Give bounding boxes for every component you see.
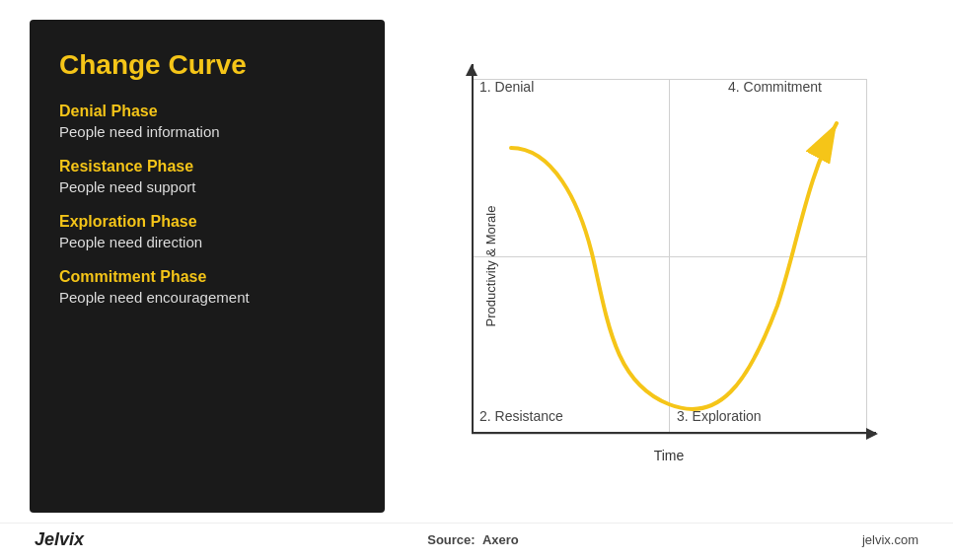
exploration-phase-title: Exploration Phase xyxy=(59,213,355,231)
denial-phase-desc: People need information xyxy=(59,123,355,140)
x-axis-label: Time xyxy=(654,448,685,463)
exploration-phase-desc: People need direction xyxy=(59,234,355,250)
phase-exploration: Exploration Phase People need direction xyxy=(59,213,355,250)
left-panel: Change Curve Denial Phase People need in… xyxy=(30,20,385,513)
q2-label: 2. Resistance xyxy=(479,408,563,424)
q1-label: 1. Denial xyxy=(479,79,534,95)
x-axis-arrow xyxy=(866,428,878,440)
chart-panel: Time Productivity & Morale 1. Denial 2. … xyxy=(414,20,923,513)
resistance-phase-title: Resistance Phase xyxy=(59,158,355,175)
panel-title: Change Curve xyxy=(59,49,355,81)
commitment-phase-desc: People need encouragement xyxy=(59,289,355,306)
y-axis-arrow xyxy=(466,64,477,76)
denial-phase-title: Denial Phase xyxy=(59,103,355,120)
footer: Jelvix Source: Axero jelvix.com xyxy=(0,523,953,560)
grid-lines xyxy=(472,79,866,434)
phase-commitment: Commitment Phase People need encourageme… xyxy=(59,268,355,306)
chart-area: Time Productivity & Morale 1. Denial 2. … xyxy=(422,49,916,483)
phase-denial: Denial Phase People need information xyxy=(59,103,355,140)
resistance-phase-desc: People need support xyxy=(59,178,355,195)
phase-resistance: Resistance Phase People need support xyxy=(59,158,355,195)
x-axis xyxy=(472,432,876,434)
footer-url: jelvix.com xyxy=(862,532,918,547)
source-credit: Source: Axero xyxy=(427,532,519,547)
commitment-phase-title: Commitment Phase xyxy=(59,268,355,286)
y-axis-label: Productivity & Morale xyxy=(483,206,498,327)
y-axis xyxy=(472,64,474,434)
q3-label: 3. Exploration xyxy=(677,408,762,424)
q4-label: 4. Commitment xyxy=(728,79,822,95)
source-label: Source: xyxy=(427,532,475,547)
main-content: Change Curve Denial Phase People need in… xyxy=(0,0,953,523)
source-name: Axero xyxy=(482,532,519,547)
brand-label: Jelvix xyxy=(35,529,84,550)
